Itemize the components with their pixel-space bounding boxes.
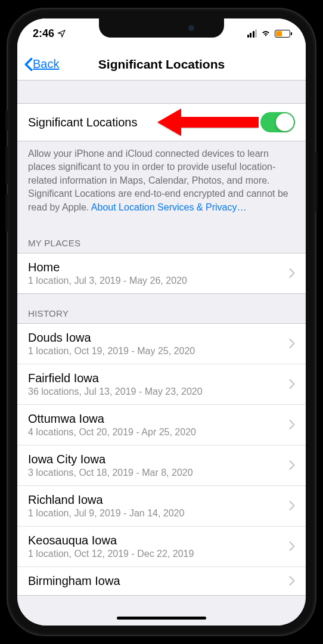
history-header: HISTORY	[17, 294, 306, 323]
list-item-subtitle: 36 locations, Jul 13, 2019 - May 23, 202…	[28, 386, 203, 397]
phone-frame: 2:46 Back Significant Locations Signific…	[8, 9, 315, 635]
chevron-right-icon	[289, 268, 295, 278]
list-item-title: Ottumwa Iowa	[28, 412, 196, 426]
back-label: Back	[33, 57, 59, 71]
my-places-list: Home1 location, Jul 3, 2019 - May 26, 20…	[17, 253, 306, 294]
list-item[interactable]: Birmingham Iowa	[17, 567, 306, 595]
back-button[interactable]: Back	[24, 57, 59, 72]
list-item[interactable]: Iowa City Iowa3 locations, Oct 18, 2019 …	[17, 445, 306, 486]
list-item[interactable]: Home1 location, Jul 3, 2019 - May 26, 20…	[17, 253, 306, 293]
history-list: Douds Iowa1 location, Oct 19, 2019 - May…	[17, 323, 306, 596]
home-indicator[interactable]	[117, 617, 206, 620]
list-item-title: Keosauqua Iowa	[28, 534, 194, 547]
battery-icon	[275, 30, 290, 38]
power-button	[315, 152, 318, 212]
chevron-right-icon	[289, 576, 295, 586]
screen: 2:46 Back Significant Locations Signific…	[17, 18, 306, 626]
list-item[interactable]: Ottumwa Iowa4 locations, Oct 20, 2019 - …	[17, 405, 306, 445]
notch	[99, 18, 224, 38]
list-item-title: Richland Iowa	[28, 493, 184, 507]
chevron-right-icon	[289, 339, 295, 348]
list-item-title: Fairfield Iowa	[28, 371, 203, 385]
volume-down	[5, 194, 8, 232]
status-time: 2:46	[33, 27, 54, 40]
mute-switch	[5, 110, 8, 131]
description-text: Allow your iPhone and iCloud connected d…	[17, 141, 306, 224]
list-item[interactable]: Richland Iowa1 location, Jul 9, 2019 - J…	[17, 486, 306, 527]
chevron-right-icon	[289, 541, 295, 551]
significant-locations-toggle[interactable]	[260, 112, 295, 132]
chevron-right-icon	[289, 379, 295, 389]
list-item[interactable]: Keosauqua Iowa1 location, Oct 12, 2019 -…	[17, 527, 306, 567]
list-item-subtitle: 1 location, Jul 3, 2019 - May 26, 2020	[28, 275, 187, 286]
list-item-title: Iowa City Iowa	[28, 453, 193, 466]
cellular-icon	[247, 29, 257, 38]
chevron-left-icon	[24, 57, 33, 72]
callout-arrow-icon	[157, 109, 259, 136]
nav-bar: Back Significant Locations	[17, 48, 306, 80]
volume-up	[5, 146, 8, 184]
list-item-subtitle: 1 location, Oct 19, 2019 - May 25, 2020	[28, 346, 195, 357]
list-item[interactable]: Douds Iowa1 location, Oct 19, 2019 - May…	[17, 324, 306, 364]
list-item-subtitle: 4 locations, Oct 20, 2019 - Apr 25, 2020	[28, 427, 196, 438]
chevron-right-icon	[289, 501, 295, 510]
wifi-icon	[260, 29, 271, 38]
toggle-knob	[276, 113, 294, 131]
privacy-link[interactable]: About Location Services & Privacy…	[91, 202, 247, 212]
list-item-title: Douds Iowa	[28, 331, 195, 345]
camera-dot	[188, 25, 194, 31]
list-item-title: Birmingham Iowa	[28, 574, 120, 588]
toggle-label: Significant Locations	[28, 116, 137, 129]
location-icon	[57, 29, 66, 38]
chevron-right-icon	[289, 460, 295, 470]
content-scroll[interactable]: Significant Locations Allow your iPhone …	[17, 80, 306, 626]
page-title: Significant Locations	[98, 57, 225, 72]
list-item-subtitle: 1 location, Jul 9, 2019 - Jan 14, 2020	[28, 508, 184, 519]
my-places-header: MY PLACES	[17, 224, 306, 253]
list-item-subtitle: 3 locations, Oct 18, 2019 - Mar 8, 2020	[28, 467, 193, 478]
chevron-right-icon	[289, 420, 295, 429]
significant-locations-toggle-row: Significant Locations	[17, 103, 306, 141]
list-item-subtitle: 1 location, Oct 12, 2019 - Dec 22, 2019	[28, 549, 194, 559]
list-item[interactable]: Fairfield Iowa36 locations, Jul 13, 2019…	[17, 364, 306, 405]
list-item-title: Home	[28, 261, 187, 274]
